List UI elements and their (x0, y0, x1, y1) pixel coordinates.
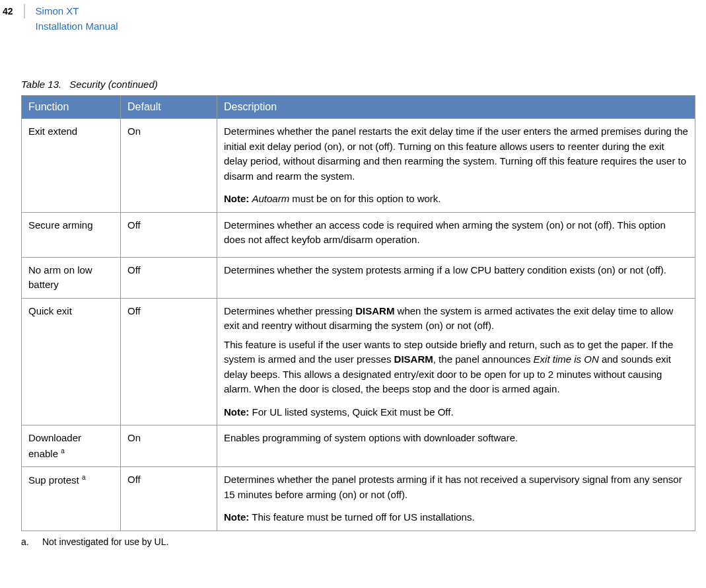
note-label: Note: (224, 511, 249, 523)
table-row: Quick exit Off Determines whether pressi… (22, 298, 695, 425)
cell-default: On (121, 119, 217, 213)
desc-pre: Determines whether pressing (224, 305, 355, 316)
cell-description: Determines whether the panel protests ar… (217, 467, 695, 531)
footnote-text: Not investigated for use by UL. (42, 536, 168, 547)
col-header-default: Default (121, 96, 217, 119)
col-header-description: Description (217, 96, 695, 119)
desc-text: Determines whether pressing DISARM when … (224, 304, 688, 334)
desc-text: Determines whether the system protests a… (224, 263, 688, 278)
footnote: a. Not investigated for use by UL. (21, 536, 706, 547)
cell-description: Determines whether pressing DISARM when … (217, 298, 695, 425)
cell-function: Quick exit (22, 298, 121, 425)
cell-function: No arm on low battery (22, 257, 121, 298)
page-number: 42 (0, 4, 25, 18)
cell-default: Off (121, 298, 217, 425)
function-text: Downloader enable (28, 432, 81, 459)
cell-description: Determines whether the panel restarts th… (217, 119, 695, 213)
cell-default: On (121, 425, 217, 467)
table-row: Sup protest a Off Determines whether the… (22, 467, 695, 531)
desc-note: Note: This feature must be turned off fo… (224, 510, 688, 525)
table-caption: Table 13. Security (continued) (21, 79, 706, 90)
desc-bold: DISARM (394, 353, 433, 365)
desc-text: This feature is useful if the user wants… (224, 338, 688, 397)
desc-italic: Exit time is ON (534, 353, 599, 365)
cell-function: Sup protest a (22, 467, 121, 531)
page-title: Simon XT Installation Manual (25, 4, 118, 34)
note-text: This feature must be turned off for US i… (249, 511, 474, 523)
cell-default: Off (121, 467, 217, 531)
cell-function: Downloader enable a (22, 425, 121, 467)
cell-function: Secure arming (22, 212, 121, 257)
footnote-letter: a. (21, 536, 40, 547)
function-sup: a (61, 447, 65, 455)
function-text: Sup protest (28, 474, 82, 486)
desc-text: Determines whether the panel restarts th… (224, 124, 688, 184)
note-italic: Autoarm (252, 193, 290, 204)
page-header: 42 Simon XT Installation Manual (0, 0, 706, 34)
function-sup: a (82, 474, 86, 481)
col-header-function: Function (22, 96, 121, 119)
security-table: Function Default Description Exit extend… (21, 95, 695, 531)
note-label: Note: (224, 406, 249, 418)
note-post: must be on for this option to work. (289, 193, 441, 204)
table-row: Exit extend On Determines whether the pa… (22, 119, 695, 213)
desc-note: Note: For UL listed systems, Quick Exit … (224, 405, 688, 420)
cell-description: Determines whether the system protests a… (217, 257, 695, 298)
desc-text: Determines whether an access code is req… (224, 218, 688, 248)
cell-function: Exit extend (22, 119, 121, 213)
page-title-line2: Installation Manual (36, 19, 118, 34)
table-row: Downloader enable a On Enables programmi… (22, 425, 695, 467)
cell-description: Determines whether an access code is req… (217, 212, 695, 257)
table-caption-number: Table 13. (21, 79, 61, 90)
desc-note: Note: Autoarm must be on for this option… (224, 192, 688, 207)
table-row: No arm on low battery Off Determines whe… (22, 257, 695, 298)
table-caption-text: Security (continued) (69, 79, 157, 90)
note-text: For UL listed systems, Quick Exit must b… (249, 406, 453, 418)
cell-description: Enables programming of system options wi… (217, 425, 695, 467)
desc-text: Determines whether the panel protests ar… (224, 472, 688, 502)
desc-mid: , the panel announces (433, 353, 534, 365)
cell-default: Off (121, 257, 217, 298)
note-label: Note: (224, 193, 249, 204)
table-row: Secure arming Off Determines whether an … (22, 212, 695, 257)
desc-text: Enables programming of system options wi… (224, 431, 688, 446)
page-title-line1: Simon XT (36, 4, 118, 19)
cell-default: Off (121, 212, 217, 257)
desc-bold: DISARM (355, 305, 394, 316)
